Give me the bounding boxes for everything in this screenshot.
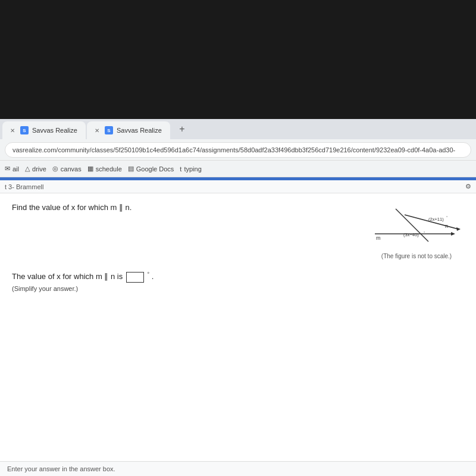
tab-1[interactable]: ✕ S Savvas Realize	[2, 121, 86, 139]
svg-marker-3	[456, 227, 461, 231]
bookmark-mail[interactable]: ✉ ail	[5, 165, 19, 173]
docs-icon: ▤	[128, 165, 134, 173]
geometry-diagram: m n (3x−40) ° (2x+11) °	[369, 203, 464, 250]
diagram-area: m n (3x−40) ° (2x+11) ° (The figure is n…	[369, 203, 464, 259]
bookmark-google-docs[interactable]: ▤ Google Docs	[128, 165, 174, 173]
schedule-icon: ▦	[87, 165, 93, 173]
question-text: Find the value of x for which m ∥ n.	[12, 203, 357, 212]
bookmark-drive[interactable]: △ drive	[25, 165, 46, 173]
bookmark-schedule[interactable]: ▦ schedule	[87, 165, 122, 173]
url-box[interactable]: vasrealize.com/community/classes/5f25010…	[5, 142, 471, 158]
answer-section: The value of x for which m ∥ n is ° . (S…	[12, 271, 464, 292]
typing-icon: t	[180, 165, 181, 173]
bookmark-drive-label: drive	[32, 165, 46, 173]
bookmark-canvas[interactable]: ◎ canvas	[52, 165, 82, 173]
simplify-note: (Simplify your answer.)	[12, 285, 464, 292]
answer-prefix: The value of x for which m ∥ n is	[12, 272, 123, 281]
bookmark-google-docs-label: Google Docs	[136, 165, 174, 173]
tab-bar: ✕ S Savvas Realize ✕ S Savvas Realize +	[0, 119, 476, 139]
tab-2-favicon: S	[105, 126, 113, 134]
address-bar: vasrealize.com/community/classes/5f25010…	[0, 139, 476, 161]
svg-text:°: °	[446, 215, 448, 219]
bookmark-mail-label: ail	[12, 165, 19, 173]
answer-text: The value of x for which m ∥ n is ° .	[12, 271, 464, 283]
bookmark-schedule-label: schedule	[96, 165, 122, 173]
tab-2[interactable]: ✕ S Savvas Realize	[87, 121, 170, 139]
gear-icon[interactable]: ⚙	[465, 183, 471, 190]
page-subheader: t 3- Brammell ⚙	[0, 180, 476, 193]
tab-2-close-icon[interactable]: ✕	[93, 126, 101, 134]
svg-marker-1	[451, 232, 455, 236]
bookmark-canvas-label: canvas	[61, 165, 82, 173]
footer-text: Enter your answer in the answer box.	[7, 465, 115, 472]
url-text: vasrealize.com/community/classes/5f25010…	[12, 146, 455, 154]
svg-text:(3x−40): (3x−40)	[403, 232, 419, 237]
browser-window: ✕ S Savvas Realize ✕ S Savvas Realize + …	[0, 119, 476, 476]
bookmarks-bar: ✉ ail △ drive ◎ canvas ▦ schedule ▤ Goog…	[0, 161, 476, 177]
svg-text:m: m	[376, 235, 381, 241]
bookmark-typing-label: typing	[184, 165, 201, 173]
answer-period: .	[152, 272, 154, 281]
diagram-note: (The figure is not to scale.)	[369, 253, 464, 259]
question-container: Find the value of x for which m ∥ n. m	[12, 203, 464, 259]
new-tab-button[interactable]: +	[174, 121, 190, 137]
bookmark-typing[interactable]: t typing	[180, 165, 201, 173]
mail-icon: ✉	[5, 165, 10, 173]
tab-2-label: Savvas Realize	[117, 127, 164, 134]
svg-text:n: n	[445, 223, 448, 229]
answer-input[interactable]	[126, 272, 144, 283]
svg-text:(2x+11): (2x+11)	[428, 217, 444, 222]
tab-1-close-icon[interactable]: ✕	[8, 126, 17, 134]
drive-icon: △	[25, 165, 30, 173]
black-background	[0, 0, 476, 119]
tab-1-favicon: S	[20, 126, 29, 134]
canvas-icon: ◎	[52, 165, 58, 173]
content-area: Find the value of x for which m ∥ n. m	[0, 193, 476, 476]
tab-1-label: Savvas Realize	[32, 127, 80, 134]
answer-footer: Enter your answer in the answer box.	[0, 461, 476, 476]
degree-symbol: °	[147, 271, 149, 277]
breadcrumb: t 3- Brammell	[5, 183, 43, 190]
